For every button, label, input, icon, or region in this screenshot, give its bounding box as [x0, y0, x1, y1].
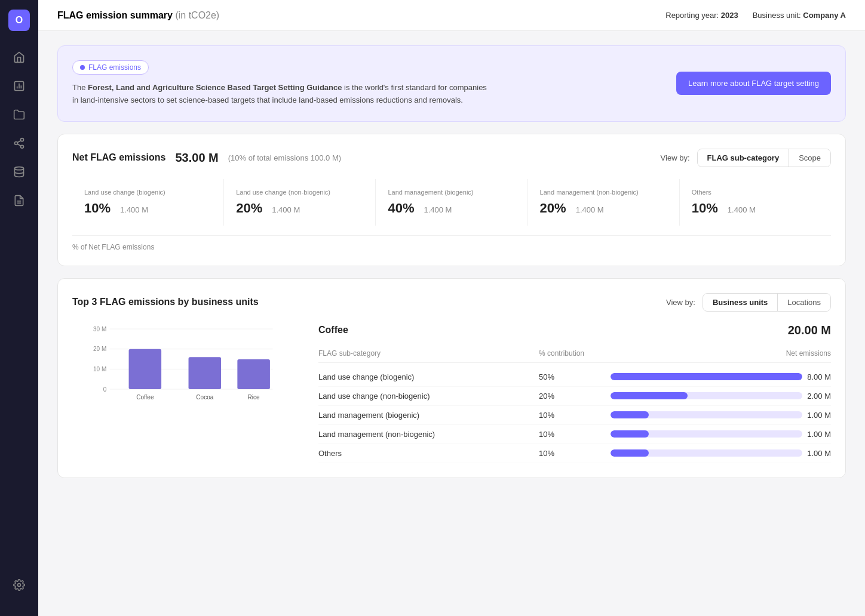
emissions-value: 53.00 M: [175, 151, 218, 165]
flag-badge-dot: [80, 65, 85, 70]
emissions-view-by: View by: FLAG sub-category Scope: [661, 149, 831, 167]
top3-title: Top 3 FLAG emissions by business units: [72, 297, 259, 307]
main-content: FLAG emission summary (in tCO2e) Reporti…: [38, 0, 865, 616]
bar-coffee: [129, 349, 162, 389]
detail-biz-name: Coffee: [318, 325, 348, 335]
logo: O: [8, 10, 30, 31]
svg-text:10 M: 10 M: [93, 366, 106, 372]
top3-view-by: View by: Business units Locations: [666, 293, 831, 312]
svg-point-6: [15, 167, 24, 170]
table-row: Land use change (biogenic) 50% 8.00 M: [318, 368, 831, 387]
svg-point-2: [15, 142, 18, 145]
table-row: Land management (non-biogenic) 10% 1.00 …: [318, 425, 831, 444]
top3-header: Top 3 FLAG emissions by business units V…: [72, 293, 831, 312]
top3-view-buttons: Business units Locations: [703, 293, 831, 312]
svg-text:Coffee: Coffee: [136, 394, 154, 401]
detail-total: 20.00 M: [788, 324, 831, 337]
svg-line-5: [17, 140, 21, 142]
table-row: Others 10% 1.00 M: [318, 444, 831, 463]
emissions-breakdown: Land use change (biogenic) 10% 1.400 M L…: [72, 179, 831, 226]
breakdown-item: Land management (non-biogenic) 20% 1.400…: [528, 179, 680, 226]
emissions-view-buttons: FLAG sub-category Scope: [697, 149, 832, 167]
sidebar-item-share[interactable]: [7, 131, 31, 155]
chart-area: 30 M 20 M 10 M 0 Coffee Cocoa: [72, 324, 299, 463]
top3-card: Top 3 FLAG emissions by business units V…: [57, 278, 846, 478]
detail-panel: Coffee 20.00 M FLAG sub-category % contr…: [318, 324, 831, 463]
page-title: FLAG emission summary (in tCO2e): [57, 10, 219, 21]
top3-view-business[interactable]: Business units: [703, 294, 778, 311]
learn-more-button[interactable]: Learn more about FLAG target setting: [676, 72, 831, 95]
breakdown-item: Land use change (biogenic) 10% 1.400 M: [72, 179, 224, 226]
top3-view-locations[interactable]: Locations: [778, 294, 830, 311]
breakdown-item: Land use change (non-biogenic) 20% 1.400…: [224, 179, 376, 226]
bar-cocoa: [189, 357, 222, 389]
svg-point-1: [21, 138, 24, 141]
flag-badge: FLAG emissions: [72, 60, 149, 75]
net-flag-note: % of Net FLAG emissions: [72, 235, 831, 251]
svg-point-9: [18, 584, 21, 587]
topbar: FLAG emission summary (in tCO2e) Reporti…: [38, 0, 865, 31]
svg-text:Cocoa: Cocoa: [196, 394, 213, 401]
svg-text:30 M: 30 M: [93, 325, 106, 332]
svg-line-4: [17, 144, 21, 146]
breakdown-item: Land management (biogenic) 40% 1.400 M: [376, 179, 527, 226]
svg-text:Rice: Rice: [248, 394, 260, 401]
settings-icon[interactable]: [7, 573, 31, 597]
sidebar: O: [0, 0, 38, 616]
svg-text:20 M: 20 M: [93, 346, 106, 352]
emissions-sub: (10% of total emissions 100.0 M): [228, 153, 341, 162]
table-row: Land use change (non-biogenic) 20% 2.00 …: [318, 387, 831, 406]
bar-rice: [237, 359, 270, 389]
svg-point-3: [21, 145, 24, 148]
emissions-header: Net FLAG emissions 53.00 M (10% of total…: [72, 149, 831, 167]
sidebar-item-database[interactable]: [7, 160, 31, 184]
sidebar-item-report[interactable]: [7, 189, 31, 212]
emissions-title: Net FLAG emissions: [72, 152, 165, 163]
flag-info-card: FLAG emissions The Forest, Land and Agri…: [57, 45, 846, 122]
emissions-view-sub-category[interactable]: FLAG sub-category: [698, 149, 790, 167]
emissions-view-scope[interactable]: Scope: [789, 149, 830, 167]
detail-header: Coffee 20.00 M: [318, 324, 831, 337]
detail-table-header: FLAG sub-category % contribution Net emi…: [318, 344, 831, 363]
sidebar-item-analytics[interactable]: [7, 74, 31, 98]
table-row: Land management (biogenic) 10% 1.00 M: [318, 406, 831, 425]
svg-text:0: 0: [103, 386, 107, 392]
detail-rows: Land use change (biogenic) 50% 8.00 M La…: [318, 368, 831, 463]
net-emissions-card: Net FLAG emissions 53.00 M (10% of total…: [57, 134, 846, 266]
topbar-meta: Reporting year: 2023 Business unit: Comp…: [665, 11, 846, 20]
flag-info-text: The Forest, Land and Agriculture Science…: [72, 82, 490, 107]
content-area: FLAG emissions The Forest, Land and Agri…: [38, 31, 865, 492]
sidebar-item-files[interactable]: [7, 103, 31, 127]
bar-chart: 30 M 20 M 10 M 0 Coffee Cocoa: [72, 324, 299, 443]
sidebar-item-home[interactable]: [7, 45, 31, 69]
breakdown-item: Others 10% 1.400 M: [680, 179, 831, 226]
top3-body: 30 M 20 M 10 M 0 Coffee Cocoa: [72, 324, 831, 463]
